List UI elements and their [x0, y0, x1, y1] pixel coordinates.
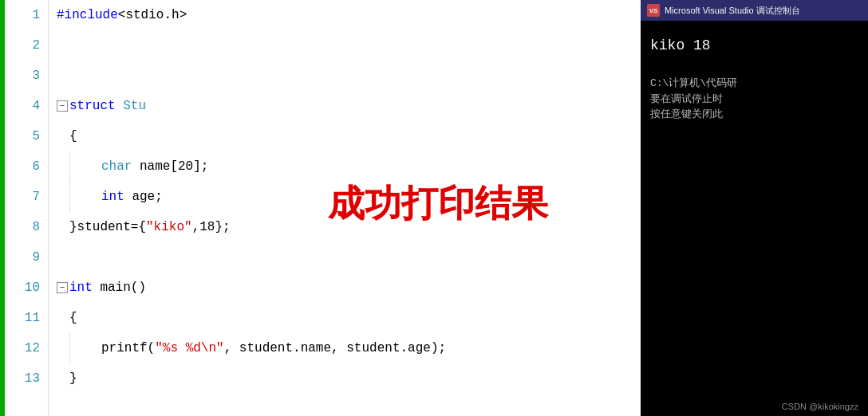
terminal-line-1: kiko 18: [650, 35, 858, 57]
code-line-6: char name[20];: [49, 151, 641, 182]
line-num-7: 7: [5, 182, 48, 212]
line-num-3: 3: [5, 61, 48, 91]
struct-keyword: struct: [69, 99, 116, 113]
terminal-line-debug2: 按任意键关闭此: [650, 107, 858, 123]
code-line-13: }: [49, 363, 641, 394]
code-line-7: int age;: [49, 182, 641, 212]
line-num-4: 4: [5, 91, 48, 121]
terminal-title-text: Microsoft Visual Studio 调试控制台: [665, 5, 800, 17]
code-line-8: }student={"kiko",18};: [49, 212, 641, 242]
line-num-11: 11: [5, 303, 48, 333]
code-line-12: printf("%s %d\n", student.name, student.…: [49, 333, 641, 363]
code-line-5: {: [49, 121, 641, 151]
collapse-main-icon[interactable]: −: [57, 282, 68, 293]
terminal-line-path: C:\计算机\代码研: [650, 76, 858, 92]
code-line-10: − int main(): [49, 273, 641, 303]
line-num-1: 1: [5, 0, 48, 30]
code-content-area: #include<stdio.h> − struct Stu { char na…: [49, 0, 641, 416]
code-line-2: [49, 30, 641, 61]
terminal-footer: CSDN @kikokingzz: [641, 397, 868, 416]
line-num-9: 9: [5, 242, 48, 273]
vs-icon: VS: [647, 4, 660, 17]
line-num-2: 2: [5, 30, 48, 61]
line-num-5: 5: [5, 121, 48, 151]
code-line-4: − struct Stu: [49, 91, 641, 121]
terminal-line-empty: [650, 57, 858, 76]
line-num-8: 8: [5, 212, 48, 242]
struct-name: Stu: [123, 99, 146, 113]
terminal-title-bar: VS Microsoft Visual Studio 调试控制台: [641, 0, 868, 21]
char-keyword: char: [101, 159, 132, 174]
terminal-line-debug1: 要在调试停止时: [650, 92, 858, 108]
code-editor: 1 2 3 4 5 6 7 8 9 10 11 12 13 #include<s…: [0, 0, 641, 416]
terminal-panel: VS Microsoft Visual Studio 调试控制台 kiko 18…: [641, 0, 868, 416]
line-num-13: 13: [5, 363, 48, 394]
line-num-10: 10: [5, 273, 48, 303]
include-keyword: #include: [57, 8, 118, 22]
collapse-struct-icon[interactable]: −: [57, 100, 68, 112]
int-keyword: int: [101, 190, 124, 204]
line-numbers-panel: 1 2 3 4 5 6 7 8 9 10 11 12 13: [5, 0, 49, 416]
code-line-1: #include<stdio.h>: [49, 0, 641, 30]
terminal-output: kiko 18 C:\计算机\代码研 要在调试停止时 按任意键关闭此: [641, 21, 868, 397]
code-line-11: {: [49, 303, 641, 333]
line-num-6: 6: [5, 151, 48, 182]
code-line-9: [49, 242, 641, 273]
int-keyword-main: int: [69, 281, 93, 295]
code-line-3: [49, 61, 641, 91]
line-num-12: 12: [5, 333, 48, 363]
